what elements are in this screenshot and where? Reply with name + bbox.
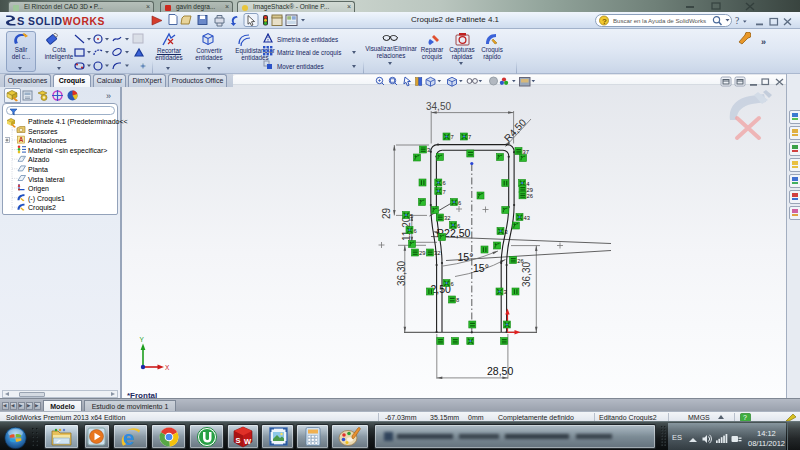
- svg-text:43: 43: [524, 215, 530, 221]
- svg-text:28,50: 28,50: [487, 365, 513, 377]
- svg-text:3: 3: [427, 147, 430, 153]
- svg-text:34,50: 34,50: [426, 101, 451, 112]
- svg-text:»: »: [106, 91, 111, 101]
- svg-text:7: 7: [442, 189, 445, 195]
- svg-text:6: 6: [457, 223, 460, 229]
- svg-text:6: 6: [414, 228, 417, 234]
- svg-text:R4,50: R4,50: [502, 117, 529, 144]
- svg-text:Y: Y: [140, 336, 145, 343]
- svg-text:A: A: [19, 136, 24, 143]
- svg-text:26: 26: [517, 258, 523, 264]
- svg-text:?: ?: [743, 414, 747, 421]
- svg-text:36,30: 36,30: [521, 262, 532, 287]
- svg-text:3: 3: [504, 289, 507, 295]
- svg-text:3: 3: [505, 229, 508, 235]
- svg-text:15°: 15°: [473, 262, 489, 274]
- svg-text:29: 29: [419, 250, 425, 256]
- svg-text:37: 37: [523, 149, 529, 155]
- svg-text:X: X: [165, 364, 170, 371]
- svg-text:29: 29: [381, 207, 392, 219]
- svg-text:32: 32: [444, 215, 450, 221]
- svg-text:29: 29: [527, 187, 533, 193]
- svg-text:?: ?: [735, 16, 739, 26]
- svg-text:?: ?: [602, 16, 607, 25]
- svg-text:S: S: [17, 15, 24, 27]
- svg-text:36,30: 36,30: [396, 261, 407, 286]
- svg-text:32: 32: [434, 250, 440, 256]
- svg-text:8: 8: [456, 297, 459, 303]
- svg-text:26: 26: [527, 193, 533, 199]
- svg-text:SOLIDWORKS: SOLIDWORKS: [28, 15, 105, 26]
- svg-text:S: S: [236, 436, 241, 445]
- svg-text:5: 5: [410, 213, 413, 219]
- svg-text:15°: 15°: [458, 251, 474, 263]
- svg-text:6: 6: [458, 200, 461, 206]
- svg-text:7: 7: [451, 134, 454, 140]
- svg-text:7: 7: [468, 134, 471, 140]
- svg-text:6: 6: [451, 281, 454, 287]
- svg-text:W: W: [244, 437, 252, 446]
- svg-text:6: 6: [442, 180, 445, 186]
